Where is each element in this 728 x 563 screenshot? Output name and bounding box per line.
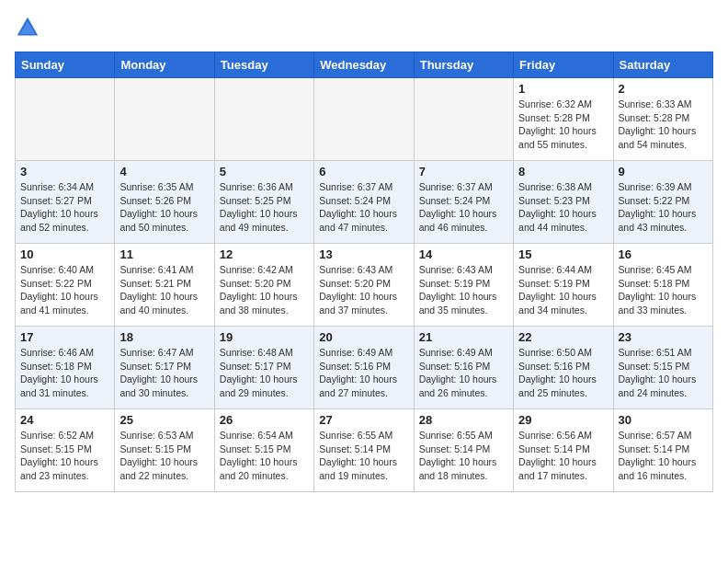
day-info: Sunrise: 6:37 AM Sunset: 5:24 PM Dayligh… [319, 180, 408, 235]
weekday-header: Wednesday [314, 52, 414, 78]
day-info: Sunrise: 6:55 AM Sunset: 5:14 PM Dayligh… [419, 429, 508, 483]
day-number: 3 [20, 165, 109, 178]
day-number: 22 [518, 330, 608, 344]
day-number: 18 [119, 330, 209, 344]
calendar-cell: 11Sunrise: 6:41 AM Sunset: 5:21 PM Dayli… [115, 244, 214, 327]
day-info: Sunrise: 6:39 AM Sunset: 5:22 PM Dayligh… [619, 180, 708, 235]
calendar-cell: 15Sunrise: 6:44 AM Sunset: 5:19 PM Dayli… [514, 244, 613, 327]
day-info: Sunrise: 6:52 AM Sunset: 5:15 PM Dayligh… [20, 429, 109, 483]
day-info: Sunrise: 6:42 AM Sunset: 5:20 PM Dayligh… [220, 263, 309, 317]
calendar-cell: 7Sunrise: 6:37 AM Sunset: 5:24 PM Daylig… [414, 161, 513, 244]
calendar-cell: 12Sunrise: 6:42 AM Sunset: 5:20 PM Dayli… [214, 244, 313, 327]
day-number: 14 [419, 247, 508, 261]
day-number: 26 [220, 413, 309, 427]
calendar-cell: 29Sunrise: 6:56 AM Sunset: 5:14 PM Dayli… [514, 409, 613, 492]
calendar-cell: 25Sunrise: 6:53 AM Sunset: 5:15 PM Dayli… [115, 409, 214, 492]
day-number: 2 [619, 82, 708, 96]
day-info: Sunrise: 6:33 AM Sunset: 5:28 PM Dayligh… [619, 98, 708, 152]
day-number: 19 [220, 330, 309, 344]
day-number: 20 [319, 330, 408, 344]
day-info: Sunrise: 6:44 AM Sunset: 5:19 PM Dayligh… [518, 263, 608, 317]
calendar-cell: 23Sunrise: 6:51 AM Sunset: 5:15 PM Dayli… [613, 327, 712, 409]
calendar-cell [314, 78, 414, 161]
day-info: Sunrise: 6:32 AM Sunset: 5:28 PM Dayligh… [518, 98, 608, 152]
day-info: Sunrise: 6:53 AM Sunset: 5:15 PM Dayligh… [119, 429, 209, 483]
calendar-cell: 13Sunrise: 6:43 AM Sunset: 5:20 PM Dayli… [314, 244, 414, 327]
day-info: Sunrise: 6:45 AM Sunset: 5:18 PM Dayligh… [619, 263, 708, 317]
day-number: 29 [518, 413, 608, 427]
weekday-header: Thursday [414, 52, 513, 78]
weekday-header: Saturday [613, 52, 712, 78]
day-number: 28 [419, 413, 508, 427]
day-number: 16 [619, 247, 708, 261]
calendar-cell: 21Sunrise: 6:49 AM Sunset: 5:16 PM Dayli… [414, 327, 513, 409]
day-number: 11 [119, 247, 209, 261]
weekday-header: Monday [115, 52, 214, 78]
day-number: 13 [319, 247, 408, 261]
day-info: Sunrise: 6:40 AM Sunset: 5:22 PM Dayligh… [20, 263, 109, 317]
logo [15, 15, 44, 40]
day-number: 10 [20, 247, 109, 261]
day-info: Sunrise: 6:36 AM Sunset: 5:25 PM Dayligh… [220, 180, 309, 235]
day-info: Sunrise: 6:37 AM Sunset: 5:24 PM Dayligh… [419, 180, 508, 235]
calendar-week-row: 24Sunrise: 6:52 AM Sunset: 5:15 PM Dayli… [16, 409, 713, 492]
calendar-week-row: 17Sunrise: 6:46 AM Sunset: 5:18 PM Dayli… [16, 327, 713, 409]
calendar-cell: 16Sunrise: 6:45 AM Sunset: 5:18 PM Dayli… [613, 244, 712, 327]
day-info: Sunrise: 6:57 AM Sunset: 5:14 PM Dayligh… [619, 429, 708, 483]
day-info: Sunrise: 6:51 AM Sunset: 5:15 PM Dayligh… [619, 346, 708, 400]
day-info: Sunrise: 6:34 AM Sunset: 5:27 PM Dayligh… [20, 180, 109, 235]
day-info: Sunrise: 6:35 AM Sunset: 5:26 PM Dayligh… [119, 180, 209, 235]
calendar-cell: 22Sunrise: 6:50 AM Sunset: 5:16 PM Dayli… [514, 327, 613, 409]
day-number: 5 [220, 165, 309, 178]
day-number: 6 [319, 165, 408, 178]
calendar-cell: 5Sunrise: 6:36 AM Sunset: 5:25 PM Daylig… [214, 161, 313, 244]
calendar-cell: 26Sunrise: 6:54 AM Sunset: 5:15 PM Dayli… [214, 409, 313, 492]
calendar-cell: 28Sunrise: 6:55 AM Sunset: 5:14 PM Dayli… [414, 409, 513, 492]
day-info: Sunrise: 6:56 AM Sunset: 5:14 PM Dayligh… [518, 429, 608, 483]
calendar-cell: 1Sunrise: 6:32 AM Sunset: 5:28 PM Daylig… [514, 78, 613, 161]
calendar-cell [115, 78, 214, 161]
calendar-cell: 27Sunrise: 6:55 AM Sunset: 5:14 PM Dayli… [314, 409, 414, 492]
day-info: Sunrise: 6:49 AM Sunset: 5:16 PM Dayligh… [419, 346, 508, 400]
day-number: 17 [20, 330, 109, 344]
calendar-cell: 17Sunrise: 6:46 AM Sunset: 5:18 PM Dayli… [16, 327, 115, 409]
weekday-header: Tuesday [214, 52, 313, 78]
day-number: 8 [518, 165, 608, 178]
day-info: Sunrise: 6:49 AM Sunset: 5:16 PM Dayligh… [319, 346, 408, 400]
day-number: 15 [518, 247, 608, 261]
calendar-cell: 14Sunrise: 6:43 AM Sunset: 5:19 PM Dayli… [414, 244, 513, 327]
day-number: 1 [518, 82, 608, 96]
day-number: 30 [619, 413, 708, 427]
calendar-cell: 30Sunrise: 6:57 AM Sunset: 5:14 PM Dayli… [613, 409, 712, 492]
day-info: Sunrise: 6:41 AM Sunset: 5:21 PM Dayligh… [119, 263, 209, 317]
calendar-cell: 20Sunrise: 6:49 AM Sunset: 5:16 PM Dayli… [314, 327, 414, 409]
calendar-cell: 6Sunrise: 6:37 AM Sunset: 5:24 PM Daylig… [314, 161, 414, 244]
day-number: 21 [419, 330, 508, 344]
day-number: 4 [119, 165, 209, 178]
day-number: 24 [20, 413, 109, 427]
day-number: 23 [619, 330, 708, 344]
weekday-header: Sunday [16, 52, 115, 78]
day-info: Sunrise: 6:55 AM Sunset: 5:14 PM Dayligh… [319, 429, 408, 483]
day-info: Sunrise: 6:38 AM Sunset: 5:23 PM Dayligh… [518, 180, 608, 235]
day-number: 27 [319, 413, 408, 427]
day-info: Sunrise: 6:47 AM Sunset: 5:17 PM Dayligh… [119, 346, 209, 400]
weekday-header: Friday [514, 52, 613, 78]
calendar-cell: 18Sunrise: 6:47 AM Sunset: 5:17 PM Dayli… [115, 327, 214, 409]
calendar-week-row: 3Sunrise: 6:34 AM Sunset: 5:27 PM Daylig… [16, 161, 713, 244]
day-info: Sunrise: 6:46 AM Sunset: 5:18 PM Dayligh… [20, 346, 109, 400]
calendar-week-row: 1Sunrise: 6:32 AM Sunset: 5:28 PM Daylig… [16, 78, 713, 161]
day-number: 9 [619, 165, 708, 178]
calendar-cell: 10Sunrise: 6:40 AM Sunset: 5:22 PM Dayli… [16, 244, 115, 327]
calendar-table: SundayMondayTuesdayWednesdayThursdayFrid… [15, 52, 713, 492]
calendar-cell [214, 78, 313, 161]
calendar-cell: 4Sunrise: 6:35 AM Sunset: 5:26 PM Daylig… [115, 161, 214, 244]
calendar-cell: 2Sunrise: 6:33 AM Sunset: 5:28 PM Daylig… [613, 78, 712, 161]
day-info: Sunrise: 6:48 AM Sunset: 5:17 PM Dayligh… [220, 346, 309, 400]
logo-icon [15, 15, 40, 40]
day-number: 7 [419, 165, 508, 178]
day-info: Sunrise: 6:43 AM Sunset: 5:19 PM Dayligh… [419, 263, 508, 317]
day-number: 12 [220, 247, 309, 261]
weekday-header-row: SundayMondayTuesdayWednesdayThursdayFrid… [16, 52, 713, 78]
day-number: 25 [119, 413, 209, 427]
